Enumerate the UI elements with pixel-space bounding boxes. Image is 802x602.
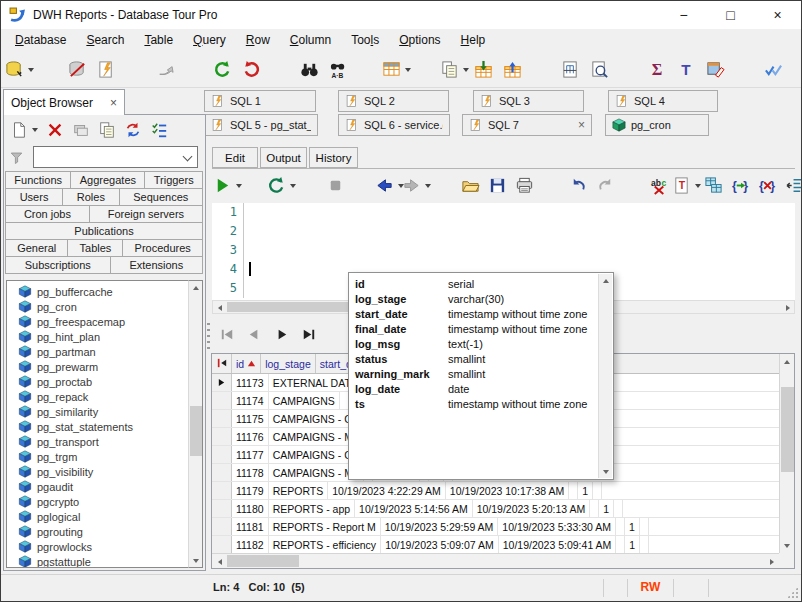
grid-cell[interactable]: 10/19/2023 5:09:41 AM [499,536,617,553]
toolbar-button[interactable] [121,55,149,84]
toolbar-button[interactable] [353,55,381,84]
toolbar-button[interactable] [214,172,240,199]
category-tab[interactable]: Cron jobs [5,205,90,223]
grid-cell[interactable]: 11179 [232,482,269,499]
grid-cell[interactable] [569,482,578,499]
toolbar-button[interactable] [68,117,93,142]
dropdown-caret-icon[interactable] [28,68,34,75]
grid-cell[interactable]: REPORTS [269,482,329,499]
category-tab[interactable]: Extensions [110,256,203,274]
sql-tab[interactable]: SQL 7× [462,114,592,136]
filter-combobox[interactable] [33,146,198,168]
toolbar-button[interactable] [382,55,410,84]
sql-tab[interactable]: SQL 5 - pg_stat_acti...× [204,114,318,136]
menu-item[interactable]: Tools [341,30,389,50]
menu-item[interactable]: Database [5,30,76,50]
toolbar-button[interactable] [120,117,145,142]
table-row[interactable]: 11179REPORTS10/19/2023 4:22:29 AM10/19/2… [212,482,794,500]
grid-cell[interactable]: 10/19/2023 5:14:56 AM [355,500,473,517]
grid-cell[interactable]: 10/19/2023 5:29:59 AM [381,518,499,535]
category-tab[interactable]: Sequences [119,188,203,206]
toolbar-button[interactable] [484,172,510,199]
chevron-down-icon[interactable] [183,152,193,162]
grid-cell[interactable]: 1 [599,500,614,517]
grid-cell[interactable]: 11180 [232,500,269,517]
dropdown-caret-icon[interactable] [32,128,38,135]
nav-button[interactable] [214,322,240,348]
toolbar-button[interactable] [469,55,497,84]
toolbar-button[interactable] [179,55,207,84]
menu-item[interactable]: Row [236,30,280,50]
sql-tab[interactable]: SQL 6 - service.get_...× [338,114,450,136]
grid-cell[interactable]: REPORTS - app [269,500,355,517]
sql-tab[interactable]: pg_cron× [605,114,709,136]
grid-cell[interactable] [640,518,649,535]
toolbar-button[interactable] [457,172,483,199]
list-item[interactable]: pg_transport [7,434,202,449]
toolbar-button[interactable] [5,55,33,84]
menu-item[interactable]: Help [451,30,496,50]
category-tab[interactable]: General [5,239,68,257]
toolbar-button[interactable]: A·B [324,55,352,84]
grid-cell[interactable]: 1 [625,536,640,553]
editor-tab[interactable]: Output [260,147,307,168]
list-item[interactable]: pg_partman [7,344,202,359]
list-item[interactable]: pgcrypto [7,494,202,509]
toolbar-button[interactable]: Σ [643,55,671,84]
nav-button[interactable] [241,322,267,348]
list-item[interactable]: pglogical [7,509,202,524]
menu-item[interactable]: Column [280,30,341,50]
toolbar-button[interactable] [63,55,91,84]
nav-button[interactable] [322,322,348,348]
list-item[interactable]: pg_proctab [7,374,202,389]
grid-cell[interactable] [590,500,599,517]
column-header[interactable]: id [232,354,261,373]
menu-item[interactable]: Search [76,30,134,50]
grid-cell[interactable]: 11182 [232,536,269,553]
toolbar-button[interactable] [614,55,642,84]
extensions-scrollbar[interactable] [188,280,203,568]
sql-tab[interactable]: SQL 1× [204,90,316,112]
toolbar-button[interactable] [268,172,294,199]
autocomplete-item[interactable]: warning_mark smallint [350,367,597,382]
toolbar-button[interactable] [565,172,591,199]
grid-cell[interactable]: 10/19/2023 5:09:07 AM [381,536,499,553]
toolbar-button[interactable] [241,172,267,199]
list-item[interactable]: pg_repack [7,389,202,404]
close-x-icon[interactable]: × [110,96,117,110]
toolbar-button[interactable] [94,117,119,142]
table-row[interactable]: 11181REPORTS - Report M10/19/2023 5:29:5… [212,518,794,536]
grid-cell[interactable] [614,500,623,517]
object-browser-tab[interactable]: Object Browser × [3,89,125,115]
grid-cell[interactable]: CAMPAIGNS [269,392,340,409]
grid-cell[interactable]: 11175 [232,410,269,427]
dropdown-caret-icon[interactable] [463,68,469,75]
toolbar-button[interactable] [322,172,348,199]
grid-cell[interactable]: 11177 [232,446,269,463]
toolbar-button[interactable]: T [672,55,700,84]
toolbar-button[interactable] [700,172,726,199]
toolbar-button[interactable] [146,117,171,142]
table-row[interactable]: 11182REPORTS - efficiency10/19/2023 5:09… [212,536,794,554]
category-tab[interactable]: Users [5,188,63,206]
autocomplete-item[interactable]: status smallint [350,352,597,367]
autocomplete-item[interactable]: log_date date [350,382,597,397]
grid-cell[interactable]: 11173 [232,374,269,391]
grid-vscrollbar[interactable] [779,354,794,553]
toolbar-button[interactable] [788,55,802,84]
toolbar-button[interactable] [42,117,67,142]
toolbar-button[interactable] [498,55,526,84]
grid-cell[interactable]: 1 [578,482,593,499]
toolbar-button[interactable] [619,172,645,199]
category-tab[interactable]: Publications [5,222,203,240]
list-item[interactable]: pg_trgm [7,449,202,464]
autocomplete-item[interactable]: log_msg text(-1) [350,337,597,352]
toolbar-button[interactable] [440,55,468,84]
toolbar-button[interactable]: {} [754,172,780,199]
toolbar-button[interactable]: abc [646,172,672,199]
editor-tab[interactable]: History [309,147,358,168]
autocomplete-item[interactable]: final_date timestamp without time zone [350,322,597,337]
column-header[interactable]: log_stage [261,354,316,373]
list-item[interactable]: pg_stat_statements [7,419,202,434]
toolbar-button[interactable] [208,55,236,84]
